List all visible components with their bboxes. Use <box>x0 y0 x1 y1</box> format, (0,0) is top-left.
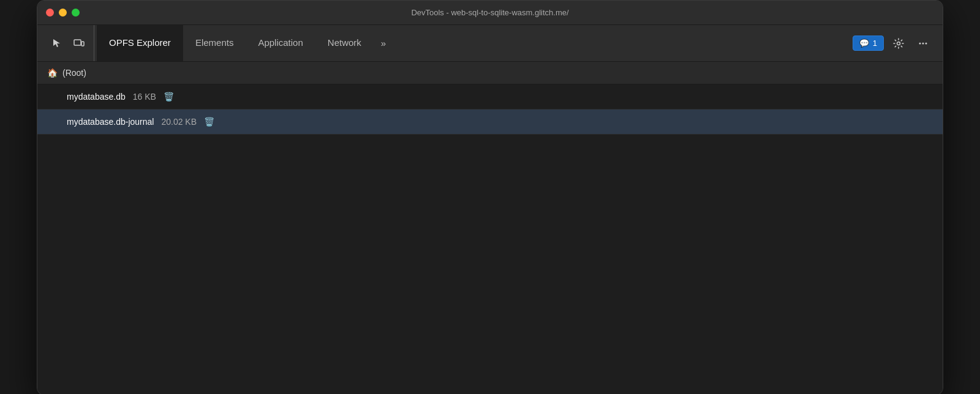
svg-point-4 <box>922 42 924 44</box>
file-row[interactable]: mydatabase.db 16 KB 🗑️ <box>37 84 943 110</box>
ellipsis-icon <box>918 38 929 49</box>
file-row[interactable]: mydatabase.db-journal 20.02 KB 🗑️ <box>37 110 943 135</box>
file-name: mydatabase.db-journal <box>67 117 154 127</box>
close-button[interactable] <box>46 9 54 17</box>
inspect-cursor-button[interactable] <box>47 34 67 53</box>
more-options-button[interactable] <box>913 34 933 53</box>
tab-application[interactable]: Application <box>246 25 315 61</box>
gear-icon <box>893 38 904 49</box>
traffic-lights <box>46 9 80 17</box>
delete-file-icon[interactable]: 🗑️ <box>164 92 174 102</box>
maximize-button[interactable] <box>72 9 80 17</box>
svg-rect-1 <box>81 42 84 46</box>
minimize-button[interactable] <box>59 9 67 17</box>
notification-button[interactable]: 💬 1 <box>853 35 884 51</box>
tab-elements[interactable]: Elements <box>183 25 246 61</box>
delete-file-icon[interactable]: 🗑️ <box>204 117 214 127</box>
content-area: 🏠 (Root) mydatabase.db 16 KB 🗑️ mydataba… <box>37 62 943 394</box>
toolbar-right: 💬 1 <box>848 34 938 53</box>
toolbar: OPFS Explorer Elements Application Netwo… <box>37 25 943 62</box>
tab-opfs[interactable]: OPFS Explorer <box>97 25 183 61</box>
tabs-container: OPFS Explorer Elements Application Netwo… <box>94 25 848 61</box>
device-toggle-icon <box>74 38 85 49</box>
home-icon: 🏠 <box>47 68 58 78</box>
chat-icon: 💬 <box>859 39 869 48</box>
window-title: DevTools - web-sql-to-sqlite-wasm.glitch… <box>411 8 568 17</box>
svg-rect-0 <box>74 40 81 45</box>
file-explorer: 🏠 (Root) mydatabase.db 16 KB 🗑️ mydataba… <box>37 62 943 135</box>
svg-point-5 <box>925 42 927 44</box>
notification-count: 1 <box>873 39 877 48</box>
file-size: 16 KB <box>133 92 156 102</box>
settings-button[interactable] <box>889 34 908 53</box>
tab-network[interactable]: Network <box>315 25 374 61</box>
file-size: 20.02 KB <box>161 117 197 127</box>
svg-point-3 <box>919 42 921 44</box>
title-bar: DevTools - web-sql-to-sqlite-wasm.glitch… <box>37 1 943 25</box>
root-label: (Root) <box>62 68 86 78</box>
toolbar-icons <box>42 25 94 61</box>
svg-point-2 <box>897 42 900 45</box>
device-toggle-button[interactable] <box>69 34 89 53</box>
root-folder-row: 🏠 (Root) <box>37 62 943 84</box>
devtools-window: DevTools - web-sql-to-sqlite-wasm.glitch… <box>37 0 943 394</box>
more-tabs-button[interactable]: » <box>374 25 393 61</box>
file-name: mydatabase.db <box>67 92 126 102</box>
cursor-icon <box>51 38 62 49</box>
